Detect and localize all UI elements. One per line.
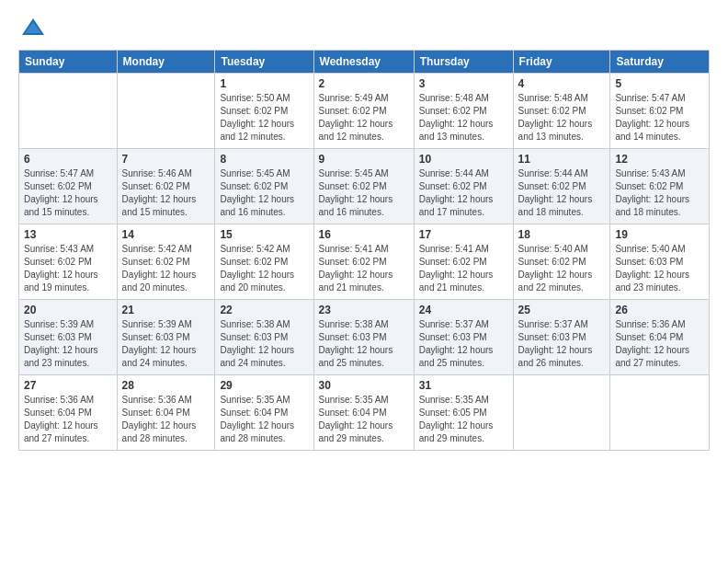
day-info: Sunrise: 5:36 AMSunset: 6:04 PMDaylight:… <box>122 394 210 445</box>
weekday-header-sunday: Sunday <box>19 51 118 74</box>
calendar-cell: 7Sunrise: 5:46 AMSunset: 6:02 PMDaylight… <box>117 149 215 224</box>
day-info: Sunrise: 5:48 AMSunset: 6:02 PMDaylight:… <box>419 92 508 144</box>
day-number: 19 <box>615 228 704 241</box>
day-number: 6 <box>24 153 112 166</box>
day-number: 17 <box>419 228 508 241</box>
day-number: 11 <box>518 153 606 166</box>
calendar-cell: 12Sunrise: 5:43 AMSunset: 6:02 PMDayligh… <box>610 149 710 224</box>
weekday-header-tuesday: Tuesday <box>215 51 313 74</box>
day-number: 7 <box>122 153 210 166</box>
calendar-week-row: 1Sunrise: 5:50 AMSunset: 6:02 PMDaylight… <box>19 74 710 149</box>
calendar-cell <box>117 74 215 149</box>
calendar-cell <box>513 375 610 451</box>
day-info: Sunrise: 5:35 AMSunset: 6:05 PMDaylight:… <box>419 394 508 445</box>
day-number: 8 <box>220 153 308 166</box>
calendar-cell: 22Sunrise: 5:38 AMSunset: 6:03 PMDayligh… <box>215 300 313 375</box>
day-info: Sunrise: 5:43 AMSunset: 6:02 PMDaylight:… <box>24 243 112 294</box>
day-number: 15 <box>220 228 308 241</box>
day-number: 14 <box>122 228 210 241</box>
calendar-cell: 30Sunrise: 5:35 AMSunset: 6:04 PMDayligh… <box>313 375 414 451</box>
weekday-header-wednesday: Wednesday <box>313 51 414 74</box>
day-info: Sunrise: 5:40 AMSunset: 6:03 PMDaylight:… <box>615 243 704 294</box>
calendar-cell: 26Sunrise: 5:36 AMSunset: 6:04 PMDayligh… <box>610 300 710 375</box>
day-info: Sunrise: 5:36 AMSunset: 6:04 PMDaylight:… <box>24 394 112 445</box>
day-number: 23 <box>319 304 409 316</box>
day-info: Sunrise: 5:50 AMSunset: 6:02 PMDaylight:… <box>220 92 308 144</box>
calendar-week-row: 20Sunrise: 5:39 AMSunset: 6:03 PMDayligh… <box>19 300 710 375</box>
calendar-cell: 19Sunrise: 5:40 AMSunset: 6:03 PMDayligh… <box>610 224 710 300</box>
day-number: 1 <box>220 77 308 90</box>
day-info: Sunrise: 5:45 AMSunset: 6:02 PMDaylight:… <box>319 167 409 219</box>
day-number: 3 <box>419 77 508 90</box>
day-number: 26 <box>615 304 704 316</box>
calendar-header: SundayMondayTuesdayWednesdayThursdayFrid… <box>19 51 710 74</box>
calendar-cell: 15Sunrise: 5:42 AMSunset: 6:02 PMDayligh… <box>215 224 313 300</box>
day-number: 21 <box>122 304 210 316</box>
day-info: Sunrise: 5:41 AMSunset: 6:02 PMDaylight:… <box>319 243 409 294</box>
calendar-cell: 2Sunrise: 5:49 AMSunset: 6:02 PMDaylight… <box>313 74 414 149</box>
day-info: Sunrise: 5:45 AMSunset: 6:02 PMDaylight:… <box>220 167 308 219</box>
day-info: Sunrise: 5:40 AMSunset: 6:02 PMDaylight:… <box>518 243 606 294</box>
day-number: 20 <box>24 304 112 316</box>
calendar-cell: 28Sunrise: 5:36 AMSunset: 6:04 PMDayligh… <box>117 375 215 451</box>
calendar-cell: 16Sunrise: 5:41 AMSunset: 6:02 PMDayligh… <box>313 224 414 300</box>
day-number: 22 <box>220 304 308 316</box>
day-info: Sunrise: 5:46 AMSunset: 6:02 PMDaylight:… <box>122 167 210 219</box>
calendar-cell: 9Sunrise: 5:45 AMSunset: 6:02 PMDaylight… <box>313 149 414 224</box>
day-info: Sunrise: 5:42 AMSunset: 6:02 PMDaylight:… <box>220 243 308 294</box>
day-info: Sunrise: 5:35 AMSunset: 6:04 PMDaylight:… <box>319 394 409 445</box>
calendar-cell: 11Sunrise: 5:44 AMSunset: 6:02 PMDayligh… <box>513 149 610 224</box>
day-number: 25 <box>518 304 606 316</box>
day-info: Sunrise: 5:42 AMSunset: 6:02 PMDaylight:… <box>122 243 210 294</box>
calendar-cell: 23Sunrise: 5:38 AMSunset: 6:03 PMDayligh… <box>313 300 414 375</box>
calendar-cell: 31Sunrise: 5:35 AMSunset: 6:05 PMDayligh… <box>414 375 513 451</box>
calendar-body: 1Sunrise: 5:50 AMSunset: 6:02 PMDaylight… <box>19 74 710 451</box>
logo <box>18 15 46 40</box>
day-info: Sunrise: 5:37 AMSunset: 6:03 PMDaylight:… <box>518 318 606 370</box>
day-info: Sunrise: 5:47 AMSunset: 6:02 PMDaylight:… <box>24 167 112 219</box>
day-info: Sunrise: 5:38 AMSunset: 6:03 PMDaylight:… <box>319 318 409 370</box>
calendar-cell: 24Sunrise: 5:37 AMSunset: 6:03 PMDayligh… <box>414 300 513 375</box>
page: SundayMondayTuesdayWednesdayThursdayFrid… <box>0 0 728 563</box>
calendar-cell <box>610 375 710 451</box>
weekday-header-saturday: Saturday <box>610 51 710 74</box>
calendar-cell: 14Sunrise: 5:42 AMSunset: 6:02 PMDayligh… <box>117 224 215 300</box>
day-number: 27 <box>24 379 112 392</box>
weekday-header-monday: Monday <box>117 51 215 74</box>
weekday-header-thursday: Thursday <box>414 51 513 74</box>
day-number: 2 <box>319 77 409 90</box>
day-number: 28 <box>122 379 210 392</box>
day-number: 16 <box>319 228 409 241</box>
calendar-week-row: 27Sunrise: 5:36 AMSunset: 6:04 PMDayligh… <box>19 375 710 451</box>
calendar-cell: 13Sunrise: 5:43 AMSunset: 6:02 PMDayligh… <box>19 224 118 300</box>
day-info: Sunrise: 5:44 AMSunset: 6:02 PMDaylight:… <box>518 167 606 219</box>
calendar-cell: 20Sunrise: 5:39 AMSunset: 6:03 PMDayligh… <box>19 300 118 375</box>
weekday-header-row: SundayMondayTuesdayWednesdayThursdayFrid… <box>19 51 710 74</box>
day-number: 18 <box>518 228 606 241</box>
logo-icon <box>20 15 46 40</box>
calendar-cell: 1Sunrise: 5:50 AMSunset: 6:02 PMDaylight… <box>215 74 313 149</box>
header <box>18 15 710 40</box>
calendar-cell: 3Sunrise: 5:48 AMSunset: 6:02 PMDaylight… <box>414 74 513 149</box>
day-number: 4 <box>518 77 606 90</box>
calendar-cell <box>19 74 118 149</box>
calendar-cell: 4Sunrise: 5:48 AMSunset: 6:02 PMDaylight… <box>513 74 610 149</box>
calendar-cell: 17Sunrise: 5:41 AMSunset: 6:02 PMDayligh… <box>414 224 513 300</box>
calendar-cell: 27Sunrise: 5:36 AMSunset: 6:04 PMDayligh… <box>19 375 118 451</box>
calendar-cell: 25Sunrise: 5:37 AMSunset: 6:03 PMDayligh… <box>513 300 610 375</box>
calendar-week-row: 13Sunrise: 5:43 AMSunset: 6:02 PMDayligh… <box>19 224 710 300</box>
day-info: Sunrise: 5:43 AMSunset: 6:02 PMDaylight:… <box>615 167 704 219</box>
day-number: 29 <box>220 379 308 392</box>
calendar-cell: 29Sunrise: 5:35 AMSunset: 6:04 PMDayligh… <box>215 375 313 451</box>
day-number: 12 <box>615 153 704 166</box>
day-info: Sunrise: 5:36 AMSunset: 6:04 PMDaylight:… <box>615 318 704 370</box>
day-info: Sunrise: 5:37 AMSunset: 6:03 PMDaylight:… <box>419 318 508 370</box>
day-info: Sunrise: 5:44 AMSunset: 6:02 PMDaylight:… <box>419 167 508 219</box>
day-number: 10 <box>419 153 508 166</box>
calendar-table: SundayMondayTuesdayWednesdayThursdayFrid… <box>18 50 710 451</box>
day-info: Sunrise: 5:49 AMSunset: 6:02 PMDaylight:… <box>319 92 409 144</box>
day-info: Sunrise: 5:47 AMSunset: 6:02 PMDaylight:… <box>615 92 704 144</box>
calendar-cell: 6Sunrise: 5:47 AMSunset: 6:02 PMDaylight… <box>19 149 118 224</box>
day-number: 5 <box>615 77 704 90</box>
calendar-cell: 21Sunrise: 5:39 AMSunset: 6:03 PMDayligh… <box>117 300 215 375</box>
